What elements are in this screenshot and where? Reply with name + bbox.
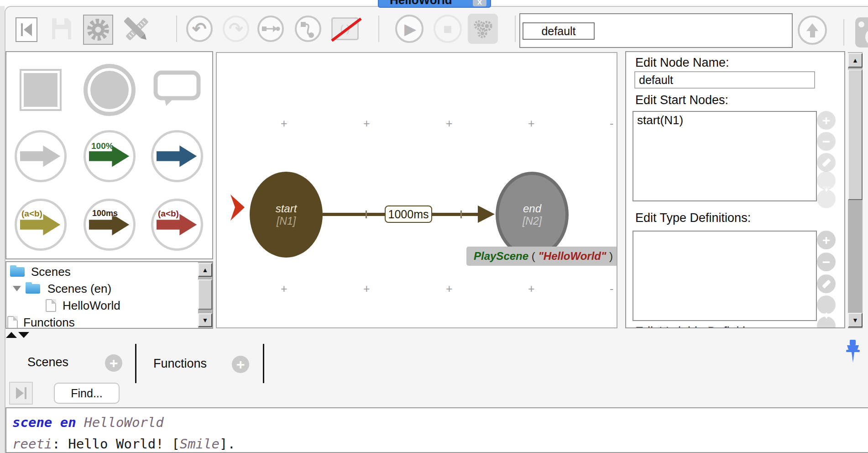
straight-connector-icon xyxy=(261,19,281,39)
scene-name-input[interactable] xyxy=(523,22,595,40)
palette-transition-gray[interactable] xyxy=(15,130,67,182)
grid-plus-mark: + xyxy=(446,283,453,295)
tab-scenes[interactable]: Scenes xyxy=(27,355,68,369)
script-editor[interactable]: scene en HelloWorld reeti: Hello World! … xyxy=(5,407,868,453)
tab-divider xyxy=(135,344,136,383)
collapse-up-icon xyxy=(6,332,17,338)
node-end[interactable]: end [N2] xyxy=(496,172,569,258)
palette-transition-timer[interactable]: 100ms xyxy=(84,199,136,251)
grid-plus-mark: + xyxy=(528,283,535,295)
redo-button[interactable]: ↷ xyxy=(223,16,249,42)
start-node-list-item[interactable]: start(N1) xyxy=(637,113,683,127)
scroll-up-button[interactable]: ▲ xyxy=(848,53,863,68)
step-forward-icon xyxy=(16,387,24,399)
folder-icon xyxy=(26,284,40,294)
pin-panel-button[interactable] xyxy=(843,339,863,368)
scroll-down-button[interactable]: ▼ xyxy=(848,313,863,327)
tree-item-scenes[interactable]: Scenes xyxy=(10,264,71,279)
node-start[interactable]: start [N1] xyxy=(250,172,323,258)
tree-scrollbar[interactable]: ▲ ▼ xyxy=(198,262,212,328)
lock-button[interactable] xyxy=(855,17,868,47)
minus-icon: − xyxy=(822,135,831,148)
yellow-arrow-label: (a<b) xyxy=(21,209,42,218)
brown-arrow-label: 100ms xyxy=(92,209,118,217)
palette-transition-condition-yellow[interactable]: (a<b) xyxy=(15,199,67,251)
blue-arrow-icon xyxy=(157,144,198,169)
edge-duration-label[interactable]: 1000ms xyxy=(385,205,432,223)
move-start-node-down-button[interactable] xyxy=(817,190,836,208)
stop-icon: ■ xyxy=(443,21,452,36)
minus-icon: − xyxy=(822,255,831,269)
grid-plus-mark: + xyxy=(528,118,535,129)
shape-palette: 100% (a<b) 100ms (a<b) xyxy=(5,51,213,259)
skip-to-start-icon xyxy=(21,23,23,36)
toggle-screen-button[interactable]: ( ) xyxy=(331,17,359,40)
node-name-input[interactable] xyxy=(634,71,815,89)
move-type-def-down-button[interactable] xyxy=(817,316,836,328)
toolbar-separator xyxy=(176,16,177,42)
stop-button[interactable]: ■ xyxy=(434,15,462,43)
plus-icon: + xyxy=(822,233,831,247)
scroll-down-button[interactable]: ▼ xyxy=(198,313,212,327)
play-button[interactable]: ▶ xyxy=(395,15,424,43)
undo-icon: ↶ xyxy=(192,20,207,37)
playscene-action-badge[interactable]: PlayScene ( "HelloWorld" ) xyxy=(466,247,617,266)
move-type-def-up-button[interactable] xyxy=(817,295,836,314)
straight-transition-button[interactable] xyxy=(257,16,284,42)
scroll-up-button[interactable]: ▲ xyxy=(198,263,212,277)
tree-item-scenes-en[interactable]: Scenes (en) xyxy=(13,281,111,296)
step-forward-button[interactable] xyxy=(9,382,33,405)
scene-settings-button[interactable] xyxy=(468,14,498,44)
folder-icon xyxy=(10,267,25,277)
palette-transition-probability[interactable]: 100% xyxy=(84,130,136,182)
arrow-down-icon xyxy=(822,192,831,206)
plus-icon: + xyxy=(110,356,118,370)
remove-start-node-button[interactable]: − xyxy=(817,132,836,151)
upload-button[interactable] xyxy=(798,16,827,45)
add-type-def-button[interactable]: + xyxy=(817,231,836,249)
tools-button[interactable] xyxy=(121,15,152,47)
tab-close-icon[interactable]: X xyxy=(473,0,486,6)
toolbar-separator xyxy=(515,16,516,42)
type-definitions-list[interactable] xyxy=(633,231,817,321)
scroll-thumb[interactable] xyxy=(848,69,863,200)
palette-circle-node[interactable] xyxy=(84,64,136,116)
find-button[interactable]: Find... xyxy=(54,383,120,404)
collapse-triangle-icon[interactable] xyxy=(13,286,21,291)
play-icon: ▶ xyxy=(403,21,416,37)
palette-transition-blue[interactable] xyxy=(151,130,203,182)
tree-item-label: Functions xyxy=(23,316,75,329)
remove-type-def-button[interactable]: − xyxy=(817,253,836,271)
edit-type-def-button[interactable] xyxy=(817,274,836,293)
add-function-button[interactable]: + xyxy=(232,356,249,373)
add-scene-button[interactable]: + xyxy=(105,354,122,372)
tab-functions[interactable]: Functions xyxy=(153,357,207,371)
add-start-node-button[interactable]: + xyxy=(817,111,836,130)
palette-transition-condition-red[interactable]: (a<b) xyxy=(151,199,203,251)
curved-transition-button[interactable] xyxy=(295,16,321,42)
edit-node-name-label: Edit Node Name: xyxy=(635,56,729,70)
arrow-down-icon xyxy=(822,319,831,329)
tree-item-helloworld[interactable]: HelloWorld xyxy=(46,298,120,313)
tree-item-functions[interactable]: Functions xyxy=(7,315,75,329)
palette-rect-node[interactable] xyxy=(20,69,62,111)
grid-plus-mark: + xyxy=(281,283,288,295)
tree-item-label: Scenes xyxy=(31,265,71,279)
graph-canvas[interactable]: + + + + - + + + + - start [N1] 1000ms en… xyxy=(216,52,617,328)
edit-start-node-button[interactable] xyxy=(817,153,836,172)
save-button[interactable] xyxy=(50,16,73,43)
collapse-expand-control[interactable] xyxy=(6,332,29,338)
step-forward-icon xyxy=(25,387,26,399)
scroll-thumb[interactable] xyxy=(198,279,212,310)
circle-node-icon xyxy=(90,71,129,109)
inspector-scrollbar[interactable]: ▲ ▼ xyxy=(848,52,863,328)
settings-button[interactable] xyxy=(83,15,113,45)
start-nodes-list[interactable]: start(N1) xyxy=(633,111,817,201)
red-slash-icon xyxy=(331,18,362,42)
undo-button[interactable]: ↶ xyxy=(186,16,213,42)
arrow-up-icon xyxy=(822,174,831,188)
palette-comment-node[interactable] xyxy=(153,70,201,109)
grid-plus-mark: + xyxy=(281,118,288,129)
go-to-start-button[interactable] xyxy=(16,17,37,42)
tab-helloworld[interactable]: HelloWorld X xyxy=(378,0,491,8)
